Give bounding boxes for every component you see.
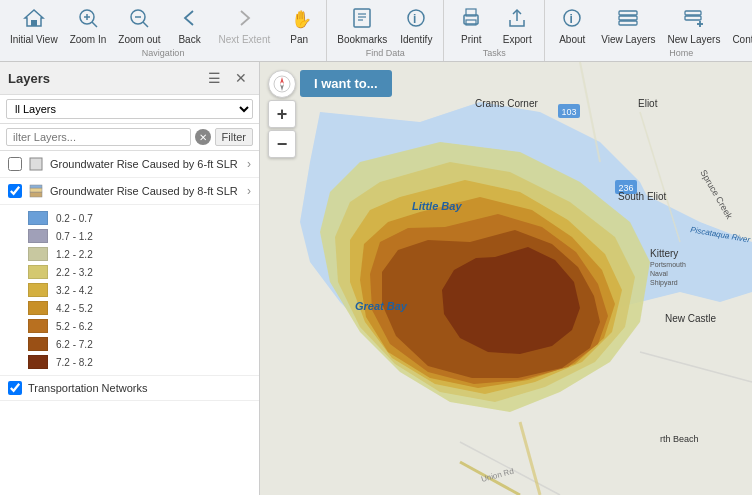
legend-item-0: 0.2 - 0.7 xyxy=(28,209,251,227)
layer-icon-6ft xyxy=(28,156,44,172)
contact-granit-label: Contact GRANIT xyxy=(732,34,752,45)
svg-text:Kittery: Kittery xyxy=(650,248,678,259)
svg-rect-1 xyxy=(31,20,37,26)
navigation-label: Navigation xyxy=(0,47,326,61)
legend-item-2: 1.2 - 2.2 xyxy=(28,245,251,263)
legend-color-3 xyxy=(28,265,48,279)
view-layers-label: View Layers xyxy=(601,34,655,45)
new-layers-label: New Layers xyxy=(668,34,721,45)
svg-text:Great Bay: Great Bay xyxy=(355,300,408,312)
identify-label: Identify xyxy=(400,34,432,45)
identify-icon: i xyxy=(405,7,427,33)
zoom-in-map-button[interactable]: + xyxy=(268,100,296,128)
legend-color-6 xyxy=(28,319,48,333)
navigation-section: Initial View Zoom In Zoom out Back xyxy=(0,0,327,61)
svg-text:i: i xyxy=(570,12,573,26)
next-extent-button[interactable]: Next Extent xyxy=(213,4,277,47)
print-icon xyxy=(460,7,482,33)
legend-label-8: 7.2 - 8.2 xyxy=(56,357,93,368)
contact-granit-button[interactable]: Contact GRANIT xyxy=(726,4,752,47)
zoom-in-button[interactable]: Zoom In xyxy=(64,4,113,47)
legend-color-8 xyxy=(28,355,48,369)
filter-button[interactable]: Filter xyxy=(215,128,253,146)
layer-item-groundwater-6ft[interactable]: Groundwater Rise Caused by 6-ft SLR › xyxy=(0,151,259,178)
find-data-section: Bookmarks i Identify Find Data xyxy=(327,0,444,61)
map-svg: 236 103 Little Bay Crams Corner Eliot Gr… xyxy=(260,62,752,495)
find-data-label: Find Data xyxy=(327,47,443,61)
sidebar-close-icon[interactable]: ✕ xyxy=(231,68,251,88)
tasks-section: Print Export Tasks xyxy=(444,0,545,61)
layer-select[interactable]: ll Layers All Layers xyxy=(6,99,253,119)
back-label: Back xyxy=(178,34,200,45)
next-extent-icon xyxy=(233,7,255,33)
back-icon xyxy=(179,7,201,33)
legend-section: 0.2 - 0.7 0.7 - 1.2 1.2 - 2.2 2.2 - 3.2 … xyxy=(0,205,259,376)
layer-checkbox-6ft[interactable] xyxy=(8,157,22,171)
legend-item-7: 6.2 - 7.2 xyxy=(28,335,251,353)
i-want-to-button[interactable]: I want to... xyxy=(300,70,392,97)
bookmarks-button[interactable]: Bookmarks xyxy=(331,4,393,47)
layer-checkbox-8ft[interactable] xyxy=(8,184,22,198)
legend-item-8: 7.2 - 8.2 xyxy=(28,353,251,371)
legend-color-1 xyxy=(28,229,48,243)
svg-text:Little Bay: Little Bay xyxy=(412,200,462,212)
sidebar-header: Layers ☰ ✕ xyxy=(0,62,259,95)
legend-label-4: 3.2 - 4.2 xyxy=(56,285,93,296)
svg-rect-35 xyxy=(30,185,42,188)
filter-input-row: ✕ Filter xyxy=(0,124,259,151)
map-controls: + − xyxy=(268,70,296,158)
svg-text:New Castle: New Castle xyxy=(665,313,717,324)
next-extent-label: Next Extent xyxy=(219,34,271,45)
layer-filter-row: ll Layers All Layers xyxy=(0,95,259,124)
zoom-in-icon xyxy=(77,7,99,33)
sidebar-title: Layers xyxy=(8,71,50,86)
legend-color-7 xyxy=(28,337,48,351)
layer-expand-6ft[interactable]: › xyxy=(247,157,251,171)
initial-view-button[interactable]: Initial View xyxy=(4,4,64,47)
layer-expand-8ft[interactable]: › xyxy=(247,184,251,198)
export-button[interactable]: Export xyxy=(494,4,540,47)
svg-text:Eliot: Eliot xyxy=(638,98,658,109)
toolbar: Initial View Zoom In Zoom out Back xyxy=(0,0,752,62)
zoom-out-map-button[interactable]: − xyxy=(268,130,296,158)
svg-text:i: i xyxy=(413,12,416,26)
legend-label-2: 1.2 - 2.2 xyxy=(56,249,93,260)
about-button[interactable]: i About xyxy=(549,4,595,47)
new-layers-button[interactable]: New Layers xyxy=(662,4,727,47)
svg-rect-24 xyxy=(685,11,701,15)
transport-layer-item[interactable]: Transportation Networks xyxy=(0,376,259,401)
view-layers-icon xyxy=(617,7,639,33)
pan-button[interactable]: ✋ Pan xyxy=(276,4,322,47)
layer-name-6ft: Groundwater Rise Caused by 6-ft SLR xyxy=(50,157,241,171)
svg-text:Crams Corner: Crams Corner xyxy=(475,98,538,109)
legend-label-1: 0.7 - 1.2 xyxy=(56,231,93,242)
identify-button[interactable]: i Identify xyxy=(393,4,439,47)
legend-item-5: 4.2 - 5.2 xyxy=(28,299,251,317)
map-area[interactable]: 236 103 Little Bay Crams Corner Eliot Gr… xyxy=(260,62,752,495)
layer-name-8ft: Groundwater Rise Caused by 8-ft SLR xyxy=(50,184,241,198)
export-label: Export xyxy=(503,34,532,45)
filter-clear-button[interactable]: ✕ xyxy=(195,129,211,145)
svg-text:103: 103 xyxy=(561,107,576,117)
sidebar-menu-icon[interactable]: ☰ xyxy=(204,68,225,88)
zoom-in-label: Zoom In xyxy=(70,34,107,45)
layer-item-groundwater-8ft[interactable]: Groundwater Rise Caused by 8-ft SLR › xyxy=(0,178,259,205)
legend-item-6: 5.2 - 6.2 xyxy=(28,317,251,335)
home-label: Home xyxy=(545,47,752,61)
transport-label: Transportation Networks xyxy=(28,381,251,395)
back-button[interactable]: Back xyxy=(167,4,213,47)
legend-color-2 xyxy=(28,247,48,261)
layer-icon-8ft xyxy=(28,183,44,199)
svg-rect-34 xyxy=(30,188,42,192)
zoom-out-button[interactable]: Zoom out xyxy=(112,4,166,47)
new-layers-icon xyxy=(683,7,705,33)
print-button[interactable]: Print xyxy=(448,4,494,47)
svg-text:rth Beach: rth Beach xyxy=(660,434,699,444)
transport-checkbox[interactable] xyxy=(8,381,22,395)
svg-rect-22 xyxy=(619,16,637,20)
zoom-out-icon xyxy=(128,7,150,33)
print-label: Print xyxy=(461,34,482,45)
filter-input[interactable] xyxy=(6,128,191,146)
view-layers-button[interactable]: View Layers xyxy=(595,4,661,47)
compass-button[interactable] xyxy=(268,70,296,98)
